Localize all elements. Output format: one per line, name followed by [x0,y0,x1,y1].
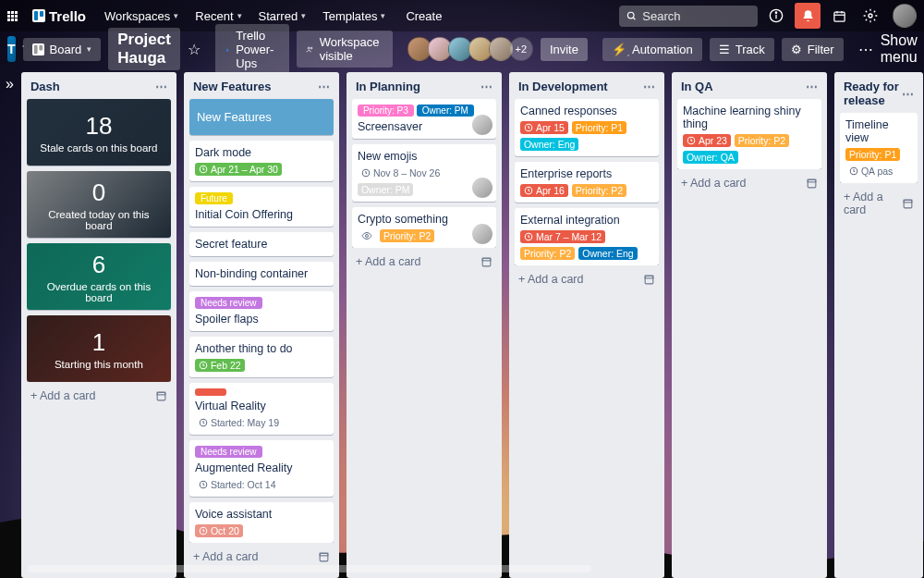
add-card-button[interactable]: + Add a card [840,185,918,218]
svg-rect-45 [904,200,912,203]
label [195,388,226,396]
card[interactable]: Secret feature [189,232,334,256]
card[interactable]: Timeline viewPriority: P1QA pas [840,113,918,183]
template-icon[interactable] [806,178,818,190]
card[interactable]: New emojisNov 8 – Nov 26Owner: PM [352,144,496,202]
card-title: Canned responses [520,105,653,117]
list-title[interactable]: In Planning [356,80,420,93]
card[interactable]: Dark modeApr 21 – Apr 30 [189,141,334,181]
info-icon[interactable] [763,3,789,29]
list: Dash⋯18Stale cards on this board0Created… [21,72,176,578]
search-icon [626,10,637,22]
label: Needs review [195,297,262,309]
card[interactable]: 0Created today on this board [27,171,171,238]
card[interactable]: New Features [189,99,334,135]
card-title: Non-binding container [195,267,328,280]
card[interactable]: Priority: P3Owner: PMScreensaver [352,99,496,139]
sidebar-expand-icon[interactable]: » [6,72,14,578]
template-icon[interactable] [643,274,655,286]
filter-button[interactable]: ⚙Filter [782,38,844,61]
board-title[interactable]: Project Hauga [108,28,180,70]
search-input[interactable] [642,9,750,23]
horizontal-scrollbar[interactable] [28,565,591,572]
card[interactable]: Enterprise reportsApr 16Priority: P2 [515,162,659,203]
member-avatar[interactable] [472,178,492,198]
card[interactable]: FutureInitial Coin Offering [189,187,334,227]
list-menu-icon[interactable]: ⋯ [480,80,492,93]
bars-icon: ☰ [719,43,730,56]
card[interactable]: Voice assistantOct 20 [189,502,334,543]
card-title: Enterprise reports [520,167,653,180]
calendar-icon[interactable] [826,3,852,29]
template-icon[interactable] [155,390,167,402]
badge: Owner: Eng [578,247,637,260]
list-title[interactable]: In Development [518,80,608,93]
list-title[interactable]: New Features [193,80,272,93]
more-members[interactable]: +2 [509,37,533,61]
board-view-switcher[interactable]: Board▾ [23,38,102,61]
star-icon[interactable]: ☆ [188,36,201,62]
add-card-button[interactable]: + Add a card [352,250,496,270]
card[interactable]: 6Overdue cards on this board [27,243,171,310]
boardbar: T Board▾ Project Hauga ☆ Trello Power-Up… [0,31,924,67]
show-menu-button[interactable]: ⋯Show menu [851,29,924,69]
track-button[interactable]: ☰Track [710,38,774,61]
card[interactable]: Non-binding container [189,262,334,286]
member-avatar[interactable] [472,224,492,244]
apps-icon[interactable] [7,11,18,21]
card-title: Machine learning shiny thing [683,105,816,130]
card[interactable]: Needs reviewAugmented RealityStarted: Oc… [189,440,334,497]
template-icon[interactable] [480,256,492,268]
card[interactable]: Crypto somethingPriority: P2 [352,207,496,248]
list-menu-icon[interactable]: ⋯ [902,87,914,101]
template-icon[interactable] [318,551,330,563]
people-icon [306,43,314,55]
svg-point-7 [627,12,634,18]
create-button[interactable]: Create [398,6,449,27]
card[interactable]: Machine learning shiny thingApr 23Priori… [677,99,821,169]
svg-rect-29 [320,553,328,561]
card[interactable]: Canned responsesApr 15Priority: P1Owner:… [515,99,659,156]
settings-icon[interactable] [857,3,883,29]
card[interactable]: 1Starting this month [27,315,171,382]
card-title: Virtual Reality [195,400,328,412]
list-title[interactable]: Ready for release [844,80,902,107]
add-card-button[interactable]: + Add a card [27,384,171,404]
list-menu-icon[interactable]: ⋯ [155,80,167,93]
workspace-icon[interactable]: T [7,36,16,62]
search-box[interactable] [619,6,758,27]
card[interactable]: Needs reviewSpoiler flaps [189,291,334,331]
svg-point-21 [310,47,312,49]
visibility-button[interactable]: Workspace visible [297,31,393,68]
badge: Priority: P2 [572,184,626,197]
atlassian-icon [225,43,230,55]
add-card-button[interactable]: + Add a card [189,545,334,565]
invite-button[interactable]: Invite [541,38,588,61]
card-title: Another thing to do [195,342,328,355]
member-avatars[interactable]: +2 [407,37,533,61]
card[interactable]: 18Stale cards on this board [27,99,171,166]
automation-button[interactable]: ⚡Automation [602,38,702,61]
card[interactable]: Virtual RealityStarted: May 19 [189,383,334,435]
card-title: Augmented Reality [195,461,328,474]
add-card-button[interactable]: + Add a card [515,267,659,288]
trello-logo[interactable]: Trello [27,8,91,24]
list-menu-icon[interactable]: ⋯ [643,80,655,93]
card-title: Voice assistant [195,508,328,521]
trello-icon [32,9,45,22]
menu-templates[interactable]: Templates▾ [315,6,393,27]
list-title[interactable]: In QA [681,80,713,93]
list-menu-icon[interactable]: ⋯ [318,80,330,93]
member-avatar[interactable] [472,115,492,135]
due-badge: Apr 21 – Apr 30 [195,163,282,176]
menu-workspaces[interactable]: Workspaces▾ [97,6,186,27]
user-avatar[interactable] [893,4,917,28]
notification-icon[interactable] [795,3,821,29]
add-card-button[interactable]: + Add a card [677,171,821,191]
list-menu-icon[interactable]: ⋯ [806,80,818,93]
svg-rect-44 [904,200,912,208]
list-title[interactable]: Dash [30,80,60,93]
card[interactable]: Another thing to doFeb 22 [189,337,334,377]
template-icon[interactable] [902,198,914,210]
card[interactable]: External integrationMar 7 – Mar 12Priori… [515,208,659,265]
